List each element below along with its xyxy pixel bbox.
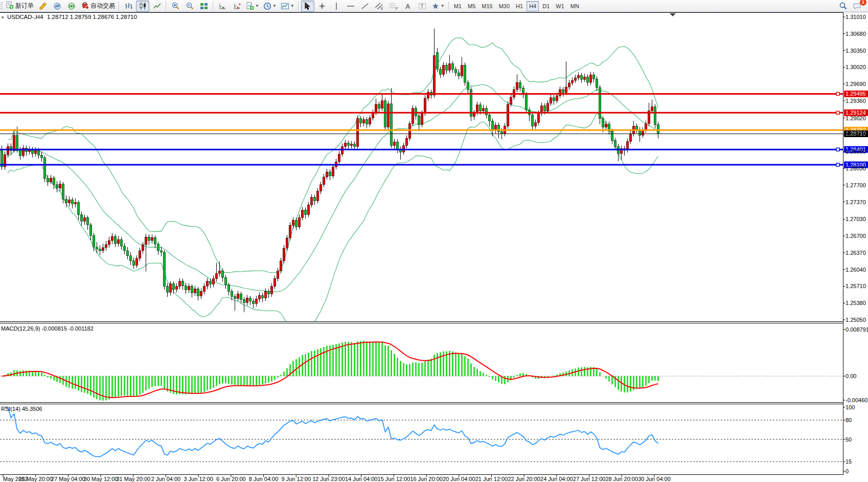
text-label-tool-icon[interactable]: T: [416, 1, 429, 12]
toolbar-separator: [448, 2, 449, 11]
candlestick-type-icon[interactable]: [136, 1, 149, 12]
line-handle[interactable]: [836, 148, 839, 151]
macd-indicator-label: MACD(12,26,9) -0.000815 -0.001182: [1, 325, 94, 332]
timeframe-m5[interactable]: M5: [465, 1, 478, 11]
date-tick-label: 14 Jun 04:00: [345, 476, 378, 482]
add-indicator-button[interactable]: ▼: [244, 1, 261, 12]
timeframe-w1[interactable]: W1: [553, 1, 567, 11]
timeframe-mn[interactable]: MN: [568, 1, 582, 11]
chevron-down-icon: ▼: [272, 4, 277, 8]
price-tick-label: 1.29020: [846, 115, 866, 121]
timeframe-h1[interactable]: H1: [513, 1, 526, 11]
market-watch-icon[interactable]: [51, 1, 64, 12]
auto-trading-icon: [81, 1, 89, 11]
date-tick-label: 12 Jun 23:00: [312, 476, 345, 482]
auto-scroll-icon[interactable]: [216, 1, 229, 12]
svg-text:E: E: [381, 7, 383, 10]
date-tick-label: 15 Jun 12:00: [378, 476, 410, 482]
bollinger-bands: [8, 38, 658, 334]
vertical-line-tool-icon[interactable]: [330, 1, 343, 12]
price-tick-label: 1.30350: [846, 48, 866, 54]
text-tool-icon[interactable]: A: [401, 1, 415, 12]
toolbar-separator: [213, 2, 214, 11]
channel-tool-icon[interactable]: E: [373, 1, 386, 12]
line-handle[interactable]: [836, 92, 839, 95]
date-tick-label: 6 Jun 20:00: [216, 476, 246, 482]
price-tick-label: 1.29360: [846, 98, 866, 104]
period-button[interactable]: ▼: [262, 1, 278, 12]
macd-tick-label: -0.004601: [846, 397, 868, 403]
signals-icon[interactable]: [65, 1, 78, 12]
price-tick-label: 1.29690: [846, 81, 866, 87]
metaeditor-icon[interactable]: [36, 1, 50, 12]
trendline-tool-icon[interactable]: [358, 1, 372, 12]
timeframe-m30[interactable]: M30: [496, 1, 512, 11]
chart-title-ohlc: 1.28712 1.28759 1.28676 1.28710: [47, 14, 137, 20]
zoom-in-icon[interactable]: [169, 1, 182, 12]
cursor-tool-icon[interactable]: [301, 1, 314, 12]
price-tick-label: 1.26700: [846, 233, 866, 239]
chart-canvas[interactable]: 1.294951.291241.287821.287101.284011.281…: [0, 0, 868, 482]
rsi-tick-label: 15: [846, 458, 852, 465]
timeframe-h4[interactable]: H4: [527, 1, 539, 11]
price-tick-label: 1.25050: [846, 317, 866, 323]
price-tick-label: 1.30680: [846, 31, 866, 37]
date-tick-label: 16 Jun 20:00: [410, 476, 443, 482]
price-tick-label: 1.26040: [846, 267, 866, 273]
date-tick-label: 2 Jun 04:00: [151, 476, 181, 482]
price-tick-label: 1.28030: [846, 165, 866, 171]
date-tick-label: 20 Jun 04:00: [443, 476, 475, 482]
date-tick-label: 30 Jun 04:00: [638, 476, 671, 482]
auto-trading-label: 自动交易: [90, 2, 115, 10]
macd-tick-label: 0.008791: [846, 326, 868, 333]
crosshair-tool-icon[interactable]: [315, 1, 329, 12]
symbol-dropdown-icon[interactable]: ▾: [2, 15, 4, 20]
main-toolbar: 新订单 自动交易: [0, 0, 868, 12]
bar-chart-type-icon[interactable]: [122, 1, 135, 12]
price-tick-label: 1.25710: [846, 283, 866, 289]
timeframe-m15[interactable]: M15: [479, 1, 495, 11]
date-tick-label: 9 Jun 12:00: [282, 476, 311, 482]
svg-text:T: T: [420, 4, 423, 9]
timeframe-m1[interactable]: M1: [451, 1, 464, 11]
chart-shift-marker[interactable]: [670, 13, 676, 16]
chat-icon[interactable]: 1: [851, 1, 864, 12]
rsi-tick-label: 100: [846, 404, 855, 410]
price-tick-label: 1.27370: [846, 199, 866, 205]
line-chart-type-icon[interactable]: [150, 1, 164, 12]
chevron-down-icon: ▼: [441, 4, 445, 8]
chart-shift-icon[interactable]: [230, 1, 243, 12]
price-tick-label: 1.31010: [846, 14, 866, 20]
date-tick-label: 31 May 20:00: [116, 476, 150, 482]
date-tick-label: 24 Jun 04:00: [540, 476, 573, 482]
line-handle[interactable]: [836, 163, 839, 166]
timeframe-group: M1M5M15M30H1H4D1W1MN: [451, 1, 582, 11]
rsi-tick-label: 50: [846, 436, 852, 443]
tile-windows-icon[interactable]: [197, 1, 211, 12]
candlestick-series: [1, 29, 659, 312]
chat-notification-badge: 1: [860, 0, 866, 6]
toolbar-separator: [166, 2, 167, 11]
date-tick-label: 27 May 04:00: [51, 476, 85, 482]
fibonacci-tool-icon[interactable]: F: [387, 1, 400, 12]
zoom-out-icon[interactable]: [183, 1, 196, 12]
auto-trading-button[interactable]: 自动交易: [79, 1, 117, 12]
date-tick-label: 3 Jun 12:00: [184, 476, 213, 482]
toolbar-grip[interactable]: [1, 2, 3, 10]
new-order-button[interactable]: 新订单: [4, 1, 35, 12]
search-icon[interactable]: [836, 1, 850, 12]
toolbar-separator: [298, 2, 299, 11]
rsi-tick-label: 80: [846, 417, 852, 423]
horizontal-line-tool-icon[interactable]: [344, 1, 357, 12]
axis-price-badge-label: 1.29495: [846, 91, 866, 97]
date-tick-label: 30 May 12:00: [84, 476, 118, 482]
line-handle[interactable]: [836, 111, 839, 114]
shapes-tool-icon[interactable]: ▼: [430, 1, 446, 12]
trading-terminal-window: { "toolbar": { "new_order_label": "新订单",…: [0, 0, 868, 482]
toolbar-separator: [119, 2, 120, 11]
price-tick-label: 1.30020: [846, 64, 866, 70]
template-button[interactable]: ▼: [279, 1, 296, 12]
chevron-down-icon: ▼: [255, 4, 259, 8]
date-axis[interactable]: May 202225 May 20:0027 May 04:0030 May 1…: [3, 475, 671, 482]
timeframe-d1[interactable]: D1: [540, 1, 552, 11]
